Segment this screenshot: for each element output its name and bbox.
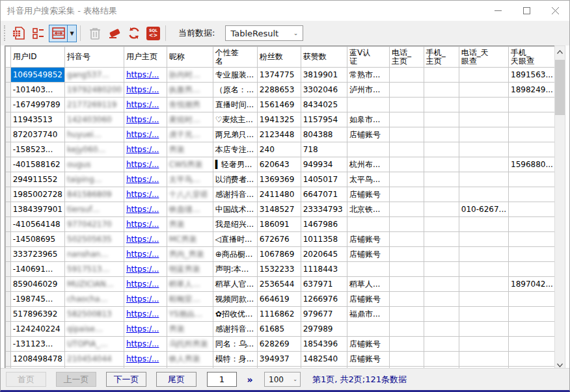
cell-homepage[interactable]: https:/...	[124, 262, 167, 277]
cell-mobile-tianyancha[interactable]	[509, 202, 556, 217]
cell-phone-tianyancha[interactable]	[459, 262, 508, 277]
row-header[interactable]	[6, 98, 11, 112]
cell-signature[interactable]: 同名：乌...	[213, 337, 257, 352]
homepage-link[interactable]: https:/...	[126, 250, 159, 259]
cell-blue-v[interactable]: 福鼎市...	[347, 307, 389, 322]
cell-mobile-home[interactable]	[424, 142, 459, 157]
cell-homepage[interactable]: https:/...	[124, 247, 167, 262]
cell-homepage[interactable]: https:/...	[124, 127, 167, 142]
cell-mobile-tianyancha[interactable]	[509, 217, 556, 232]
cell-fans-count[interactable]: 2411480	[257, 187, 301, 202]
go-to-page-button[interactable]: »	[242, 372, 258, 387]
cell-nickname[interactable]: 稻草人…	[167, 277, 213, 292]
cell-likes-count[interactable]: 637971	[301, 277, 347, 292]
cell-phone-home[interactable]	[389, 202, 424, 217]
cell-nickname[interactable]: 乌托邦男装	[167, 337, 213, 352]
cell-mobile-tianyancha[interactable]	[509, 142, 556, 157]
homepage-link[interactable]: https:/...	[126, 235, 159, 244]
homepage-link[interactable]: https:/...	[126, 205, 159, 214]
clear-button[interactable]	[105, 25, 123, 42]
cell-user-id[interactable]: 1069549852	[10, 68, 64, 83]
cell-mobile-tianyancha[interactable]	[509, 172, 556, 187]
cell-nickname[interactable]: YS潮品…	[167, 307, 213, 322]
cell-mobile-home[interactable]	[424, 157, 459, 172]
cell-homepage[interactable]: https:/...	[124, 217, 167, 232]
column-header-mobile-home[interactable]: 手机_ 主页	[424, 47, 459, 68]
cell-likes-count[interactable]: 1482540	[301, 352, 347, 367]
cell-signature[interactable]: 稻草人官...	[213, 277, 257, 292]
cell-douyin-id[interactable]: huyuei…	[65, 127, 124, 142]
cell-nickname[interactable]: 铁血缝…	[167, 202, 213, 217]
cell-likes-count[interactable]: 979677	[301, 307, 347, 322]
cell-douyin-id[interactable]: 210454044	[65, 352, 124, 367]
cell-mobile-tianyancha[interactable]	[509, 262, 556, 277]
last-page-button[interactable]: 尾页	[156, 372, 197, 387]
column-header-douyin-id[interactable]: 抖音号	[65, 47, 124, 68]
cell-signature[interactable]: ⊕商品橱...	[213, 247, 257, 262]
vertical-scrollbar[interactable]	[554, 46, 565, 371]
row-header[interactable]	[6, 277, 11, 292]
row-header[interactable]	[6, 187, 11, 202]
cell-likes-count[interactable]: 23334793	[301, 202, 347, 217]
cell-phone-tianyancha[interactable]	[459, 232, 508, 247]
cell-nickname[interactable]: 十八八穿搭	[167, 187, 213, 202]
cell-mobile-tianyancha[interactable]	[509, 247, 556, 262]
cell-phone-home[interactable]	[389, 112, 424, 127]
cell-mobile-tianyancha[interactable]	[509, 307, 556, 322]
cell-homepage[interactable]: https:/...	[124, 187, 167, 202]
cell-likes-count[interactable]: 1266976	[301, 292, 347, 307]
column-header-mobile-tianyancha[interactable]: 手机_ 天眼查	[509, 47, 556, 68]
cell-fans-count[interactable]: 394937	[257, 352, 301, 367]
cell-douyin-id[interactable]: 5917513…	[65, 262, 124, 277]
cell-mobile-tianyancha[interactable]: 1891563...	[509, 68, 556, 83]
row-header[interactable]	[6, 307, 11, 322]
cell-mobile-tianyancha[interactable]: 1897042...	[509, 277, 556, 292]
row-header[interactable]	[6, 247, 11, 262]
cell-douyin-id[interactable]: kejy060…	[65, 142, 124, 157]
column-header-blue-v[interactable]: 蓝V认 证	[347, 47, 389, 68]
cell-mobile-tianyancha[interactable]	[509, 232, 556, 247]
cell-blue-v[interactable]: 稻草人...	[347, 277, 389, 292]
cell-homepage[interactable]: https:/...	[124, 232, 167, 247]
cell-mobile-tianyancha[interactable]	[509, 127, 556, 142]
cell-mobile-tianyancha[interactable]: 1898249...	[509, 83, 556, 98]
cell-phone-tianyancha[interactable]	[459, 337, 508, 352]
close-button[interactable]	[541, 1, 569, 21]
column-width-dropdown[interactable]: ▼	[67, 25, 76, 42]
cell-likes-count[interactable]: 1157954	[301, 112, 347, 127]
cell-phone-home[interactable]	[389, 337, 424, 352]
row-header[interactable]	[6, 112, 11, 127]
homepage-link[interactable]: https:/...	[126, 145, 159, 154]
cell-phone-home[interactable]	[389, 262, 424, 277]
cell-mobile-home[interactable]	[424, 277, 459, 292]
row-header[interactable]	[6, 352, 11, 367]
cell-signature[interactable]: ✿招收优...	[213, 307, 257, 322]
cell-nickname[interactable]: 孙尚时…	[167, 68, 213, 83]
column-header-phone-home[interactable]: 电话_ 主页	[389, 47, 424, 68]
cell-douyin-id[interactable]: tiersuf…	[65, 202, 124, 217]
cell-phone-tianyancha[interactable]	[459, 292, 508, 307]
cell-nickname[interactable]: 鞋靴堂…	[167, 292, 213, 307]
column-header-nickname[interactable]: 昵称	[167, 47, 213, 68]
next-page-button[interactable]: 下一页	[106, 372, 146, 387]
cell-likes-count[interactable]: 3819901	[301, 68, 347, 83]
cell-phone-tianyancha[interactable]	[459, 247, 508, 262]
cell-nickname[interactable]: 麦炫时…	[167, 112, 213, 127]
cell-blue-v[interactable]: 店铺账号	[347, 232, 389, 247]
cell-homepage[interactable]: https:/...	[124, 307, 167, 322]
cell-mobile-home[interactable]	[424, 172, 459, 187]
cell-blue-v[interactable]	[347, 98, 389, 112]
cell-homepage[interactable]: https:/...	[124, 142, 167, 157]
row-header[interactable]	[6, 337, 11, 352]
cell-nickname[interactable]: MC男装	[167, 232, 213, 247]
cell-phone-tianyancha[interactable]	[459, 172, 508, 187]
cell-phone-tianyancha[interactable]	[459, 112, 508, 127]
cell-phone-tianyancha[interactable]	[459, 98, 508, 112]
cell-likes-count[interactable]: 3302046	[301, 83, 347, 98]
minimize-button[interactable]	[483, 1, 512, 21]
cell-douyin-id[interactable]: MUZICIAN…	[65, 277, 124, 292]
refresh-button[interactable]	[125, 25, 142, 42]
column-width-split-button[interactable]: ▼	[49, 25, 77, 42]
cell-mobile-home[interactable]	[424, 307, 459, 322]
cell-user-id[interactable]: -124240224	[10, 322, 64, 337]
